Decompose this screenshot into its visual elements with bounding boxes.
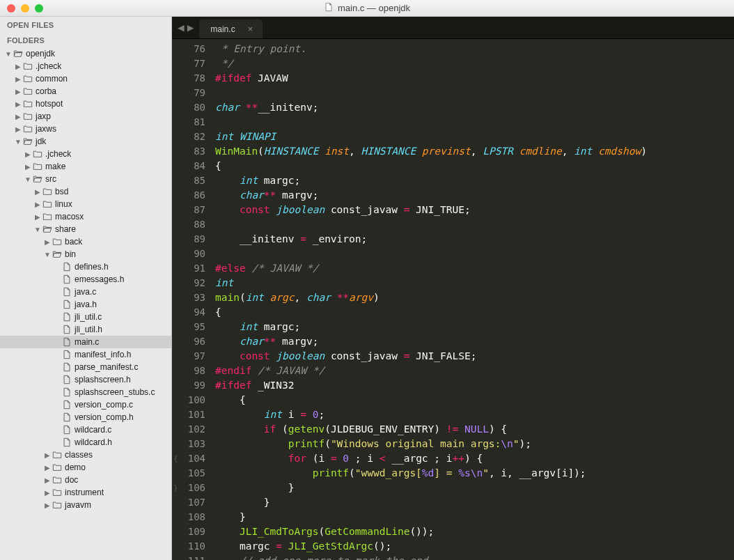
tree-item-bsd[interactable]: ▶bsd bbox=[0, 185, 171, 198]
code-line[interactable]: { bbox=[215, 159, 734, 173]
tree-item-make[interactable]: ▶make bbox=[0, 160, 171, 173]
code-line[interactable]: #endif /* JAVAW */ bbox=[215, 364, 734, 378]
tree-item-splashscreen-stubs-c[interactable]: splashscreen_stubs.c bbox=[0, 386, 171, 398]
code-line[interactable]: char **__initenv; bbox=[215, 100, 734, 115]
disclosure-icon[interactable]: ▶ bbox=[33, 213, 42, 221]
code-line[interactable] bbox=[215, 115, 734, 130]
tree-item-instrument[interactable]: ▶instrument bbox=[0, 486, 171, 499]
tree-item-javavm[interactable]: ▶javavm bbox=[0, 499, 171, 511]
code-line[interactable]: int WINAPI bbox=[215, 130, 734, 144]
tree-item-jaxws[interactable]: ▶jaxws bbox=[0, 123, 171, 135]
code-line[interactable]: margc = JLI_GetStdArgc(); bbox=[215, 539, 734, 554]
code-line[interactable]: #else /* JAVAW */ bbox=[215, 261, 734, 276]
nav-forward-icon[interactable]: ▶ bbox=[187, 21, 194, 34]
code-line[interactable] bbox=[215, 217, 734, 232]
disclosure-icon[interactable]: ▶ bbox=[43, 451, 52, 459]
disclosure-icon[interactable]: ▶ bbox=[33, 201, 42, 208]
fold-marker-icon[interactable]: { bbox=[173, 451, 178, 466]
code-line[interactable]: */ bbox=[215, 56, 734, 71]
zoom-window-button[interactable] bbox=[35, 4, 43, 13]
fold-marker-icon[interactable]: } bbox=[173, 481, 178, 495]
tree-item-share[interactable]: ▼share bbox=[0, 223, 171, 235]
code-line[interactable]: } bbox=[215, 495, 734, 510]
code-line[interactable]: { bbox=[215, 305, 734, 320]
code-line[interactable]: { bbox=[215, 393, 734, 407]
tree-item-jcheck[interactable]: ▶.jcheck bbox=[0, 60, 171, 72]
code-line[interactable]: printf("Windows original main args:\n"); bbox=[215, 437, 734, 451]
code-line[interactable]: int margc; bbox=[215, 173, 734, 188]
code-line[interactable]: * Entry point. bbox=[215, 42, 734, 56]
disclosure-icon[interactable]: ▼ bbox=[33, 226, 42, 233]
code-line[interactable]: if (getenv(JLDEBUG_ENV_ENTRY) != NULL) { bbox=[215, 422, 734, 437]
tree-item-bin[interactable]: ▼bin bbox=[0, 248, 171, 260]
code-line[interactable]: const jboolean const_javaw = JNI_FALSE; bbox=[215, 349, 734, 364]
code-area[interactable]: 7677787980818283848586878889909192939495… bbox=[172, 39, 734, 560]
tree-item-demo[interactable]: ▶demo bbox=[0, 461, 171, 474]
close-window-button[interactable] bbox=[7, 4, 15, 13]
tree-item-java-h[interactable]: java.h bbox=[0, 298, 171, 311]
disclosure-icon[interactable]: ▶ bbox=[43, 238, 52, 246]
disclosure-icon[interactable]: ▶ bbox=[14, 63, 22, 70]
code-line[interactable]: __initenv = _environ; bbox=[215, 232, 734, 247]
code-line[interactable]: } bbox=[215, 481, 734, 495]
code-line[interactable]: #ifdef _WIN32 bbox=[215, 378, 734, 393]
disclosure-icon[interactable]: ▼ bbox=[4, 50, 13, 58]
tree-item-corba[interactable]: ▶corba bbox=[0, 85, 171, 98]
tree-item-linux[interactable]: ▶linux bbox=[0, 198, 171, 210]
code-lines[interactable]: * Entry point. */#ifdef JAVAWchar **__in… bbox=[211, 39, 734, 560]
tree-item-jaxp[interactable]: ▶jaxp bbox=[0, 110, 171, 123]
disclosure-icon[interactable]: ▶ bbox=[14, 88, 22, 95]
tree-item-emessages-h[interactable]: emessages.h bbox=[0, 273, 171, 286]
tab-main-c[interactable]: main.c × bbox=[199, 20, 263, 38]
tree-item-wildcard-c[interactable]: wildcard.c bbox=[0, 423, 171, 436]
disclosure-icon[interactable]: ▶ bbox=[43, 464, 52, 472]
code-line[interactable]: // add one more to mark the end bbox=[215, 554, 734, 560]
disclosure-icon[interactable]: ▶ bbox=[33, 188, 42, 196]
tree-item-splashscreen-h[interactable]: splashscreen.h bbox=[0, 373, 171, 386]
tree-item-jli-util-c[interactable]: jli_util.c bbox=[0, 311, 171, 323]
disclosure-icon[interactable]: ▶ bbox=[24, 163, 32, 171]
close-tab-icon[interactable]: × bbox=[248, 24, 253, 34]
tree-item-hotspot[interactable]: ▶hotspot bbox=[0, 98, 171, 110]
nav-back-icon[interactable]: ◀ bbox=[178, 21, 185, 34]
tree-item-parse-manifest-c[interactable]: parse_manifest.c bbox=[0, 361, 171, 373]
code-line[interactable]: char** margv; bbox=[215, 188, 734, 203]
code-line[interactable]: WinMain(HINSTANCE inst, HINSTANCE previn… bbox=[215, 144, 734, 159]
minimize-window-button[interactable] bbox=[21, 4, 29, 13]
tree-item-openjdk[interactable]: ▼openjdk bbox=[0, 47, 171, 60]
tree-item-java-c[interactable]: java.c bbox=[0, 286, 171, 298]
code-line[interactable] bbox=[215, 247, 734, 261]
disclosure-icon[interactable]: ▶ bbox=[43, 489, 52, 497]
disclosure-icon[interactable]: ▼ bbox=[43, 251, 52, 258]
tree-item-wildcard-h[interactable]: wildcard.h bbox=[0, 436, 171, 449]
tree-item-version-comp-c[interactable]: version_comp.c bbox=[0, 398, 171, 411]
tree-item-main-c[interactable]: main.c bbox=[0, 336, 171, 348]
code-line[interactable]: int bbox=[215, 276, 734, 290]
code-line[interactable]: int i = 0; bbox=[215, 407, 734, 422]
disclosure-icon[interactable]: ▶ bbox=[24, 150, 32, 158]
code-line[interactable]: for (i = 0 ; i < __argc ; i++) { bbox=[215, 451, 734, 466]
code-line[interactable]: int margc; bbox=[215, 320, 734, 334]
code-line[interactable]: #ifdef JAVAW bbox=[215, 71, 734, 86]
tree-item-jdk-jcheck[interactable]: ▶.jcheck bbox=[0, 148, 171, 160]
tree-item-macosx[interactable]: ▶macosx bbox=[0, 210, 171, 223]
disclosure-icon[interactable]: ▼ bbox=[24, 176, 32, 183]
tree-item-jli-util-h[interactable]: jli_util.h bbox=[0, 323, 171, 336]
code-line[interactable]: main(int argc, char **argv) bbox=[215, 290, 734, 305]
tree-item-jdk[interactable]: ▼jdk bbox=[0, 135, 171, 148]
disclosure-icon[interactable]: ▶ bbox=[14, 125, 22, 133]
code-line[interactable] bbox=[215, 86, 734, 100]
code-line[interactable]: char** margv; bbox=[215, 334, 734, 349]
tree-item-doc[interactable]: ▶doc bbox=[0, 474, 171, 486]
disclosure-icon[interactable]: ▶ bbox=[43, 501, 52, 509]
tree-item-src[interactable]: ▼src bbox=[0, 173, 171, 185]
tree-item-defines-h[interactable]: defines.h bbox=[0, 260, 171, 273]
disclosure-icon[interactable]: ▼ bbox=[14, 138, 22, 146]
code-line[interactable]: } bbox=[215, 510, 734, 524]
disclosure-icon[interactable]: ▶ bbox=[43, 476, 52, 484]
disclosure-icon[interactable]: ▶ bbox=[14, 100, 22, 108]
code-line[interactable]: printf("wwwd_args[%d] = %s\n", i, __argv… bbox=[215, 466, 734, 481]
code-line[interactable]: JLI_CmdToArgs(GetCommandLine()); bbox=[215, 524, 734, 539]
tree-item-version-comp-h[interactable]: version_comp.h bbox=[0, 411, 171, 423]
disclosure-icon[interactable]: ▶ bbox=[14, 75, 22, 83]
